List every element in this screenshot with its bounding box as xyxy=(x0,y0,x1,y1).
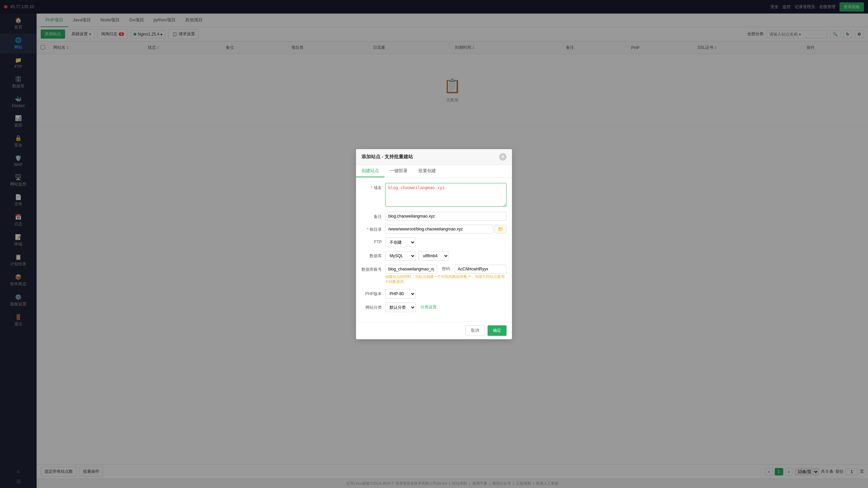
db-type-select[interactable]: MySQL SQLite xyxy=(385,251,416,261)
form-row-dbuser: 数据库账号 密码 创建站点的同时，为站点创建一个对应的数据库帐户，为便不同站点使… xyxy=(361,265,507,285)
db-user-input[interactable] xyxy=(385,265,437,273)
modal-close-btn[interactable]: ✕ xyxy=(499,153,507,161)
cancel-btn[interactable]: 取消 xyxy=(465,325,485,336)
domain-textarea[interactable]: blog.chaoweilangmao.xyz xyxy=(385,183,507,207)
db-pw-label: 密码 xyxy=(440,266,452,272)
category-select[interactable]: 默认分类 xyxy=(385,303,416,312)
db-inline: MySQL SQLite utf8mb4 utf8 xyxy=(385,251,507,261)
root-input-group: 📁 xyxy=(385,225,507,233)
modal-tab-deploy[interactable]: 一键部署 xyxy=(384,165,413,177)
db-hint: 创建站点的同时，为站点创建一个对应的数据库帐户，为便不同站点使用不同数据库。 xyxy=(385,273,507,285)
form-row-domain: 域名 blog.chaoweilangmao.xyz xyxy=(361,183,507,208)
form-row-remark: 备注 xyxy=(361,212,507,221)
root-input[interactable] xyxy=(385,225,493,233)
db-charset-select[interactable]: utf8mb4 utf8 xyxy=(418,251,449,261)
modal-footer: 取消 确定 xyxy=(356,322,512,339)
ftp-select[interactable]: 不创建 创建 xyxy=(385,238,416,247)
form-row-database: 数据库 MySQL SQLite utf8mb4 utf8 xyxy=(361,251,507,261)
modal-overlay: 添加站点 - 支持批量建站 ✕ 创建站点 一键部署 批量创建 域名 blog.c… xyxy=(0,0,868,488)
form-row-root: 根目录 📁 xyxy=(361,225,507,233)
add-site-modal: 添加站点 - 支持批量建站 ✕ 创建站点 一键部署 批量创建 域名 blog.c… xyxy=(356,149,512,339)
modal-title: 添加站点 - 支持批量建站 xyxy=(361,154,413,160)
db-user-control: 密码 创建站点的同时，为站点创建一个对应的数据库帐户，为便不同站点使用不同数据库… xyxy=(385,265,507,285)
category-control: 默认分类 分类设置 xyxy=(385,303,507,312)
remark-label: 备注 xyxy=(361,212,385,220)
modal-tab-create[interactable]: 创建站点 xyxy=(356,165,384,177)
folder-btn[interactable]: 📁 xyxy=(495,225,507,233)
php-label: PHP版本 xyxy=(361,289,385,297)
confirm-btn[interactable]: 确定 xyxy=(488,325,507,336)
php-control: PHP-80 PHP-74 PHP-72 xyxy=(385,289,507,299)
db-pw-input[interactable] xyxy=(455,265,507,273)
remark-control xyxy=(385,212,507,221)
category-label: 网站分类 xyxy=(361,303,385,310)
modal-tab-batch[interactable]: 批量创建 xyxy=(413,165,441,177)
root-control: 📁 xyxy=(385,225,507,233)
db-user-label: 数据库账号 xyxy=(361,265,385,272)
db-label: 数据库 xyxy=(361,251,385,259)
category-inline: 默认分类 分类设置 xyxy=(385,303,507,312)
ftp-label: FTP xyxy=(361,238,385,244)
modal-header: 添加站点 - 支持批量建站 ✕ xyxy=(356,149,512,165)
db-user-inline: 密码 xyxy=(385,265,507,273)
php-select[interactable]: PHP-80 PHP-74 PHP-72 xyxy=(385,289,416,299)
category-settings-link[interactable]: 分类设置 xyxy=(420,304,437,310)
domain-control: blog.chaoweilangmao.xyz xyxy=(385,183,507,208)
db-control: MySQL SQLite utf8mb4 utf8 xyxy=(385,251,507,261)
form-row-php: PHP版本 PHP-80 PHP-74 PHP-72 xyxy=(361,289,507,299)
root-label: 根目录 xyxy=(361,225,385,232)
domain-label: 域名 xyxy=(361,183,385,191)
form-row-category: 网站分类 默认分类 分类设置 xyxy=(361,303,507,312)
ftp-control: 不创建 创建 xyxy=(385,238,507,247)
remark-input[interactable] xyxy=(385,212,507,221)
modal-tabs: 创建站点 一键部署 批量创建 xyxy=(356,165,512,178)
form-row-ftp: FTP 不创建 创建 xyxy=(361,238,507,247)
modal-body: 域名 blog.chaoweilangmao.xyz 备注 根目录 📁 xyxy=(356,178,512,322)
